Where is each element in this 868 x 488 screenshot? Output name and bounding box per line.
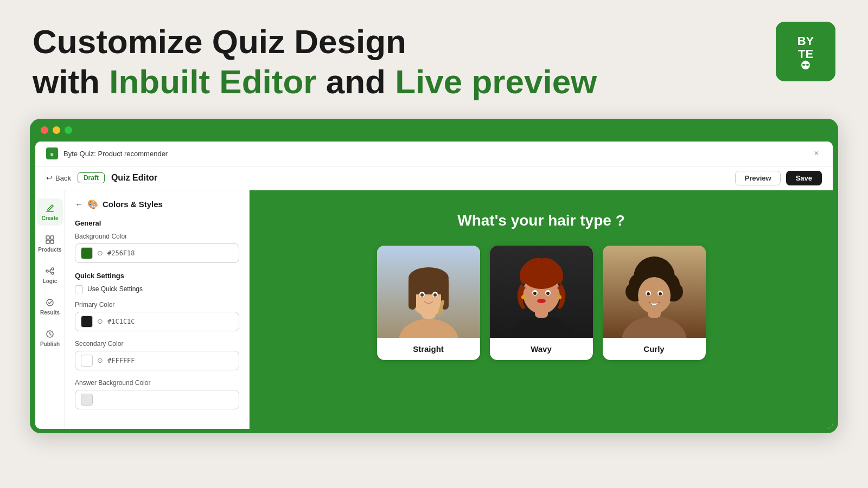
app-title-icon: B xyxy=(46,147,58,159)
svg-point-43 xyxy=(521,295,526,299)
answer-bg-color-input[interactable] xyxy=(75,390,239,409)
secondary-color-icon: ⊙ xyxy=(97,356,103,364)
hero-green2: Live preview xyxy=(395,63,597,100)
hero-line1: Customize Quiz Design xyxy=(33,23,406,60)
results-icon xyxy=(44,297,55,308)
back-label: Back xyxy=(55,174,71,182)
hero-section: Customize Quiz Design with Inbuilt Edito… xyxy=(0,0,868,119)
curly-portrait-svg xyxy=(603,246,706,338)
sidebar-item-logic[interactable]: Logic xyxy=(37,261,63,288)
svg-point-42 xyxy=(537,299,546,303)
secondary-color-input[interactable]: ⊙ #FFFFFF xyxy=(75,351,239,370)
svg-rect-13 xyxy=(46,240,49,243)
sidebar-item-results[interactable]: Results xyxy=(37,293,63,320)
primary-color-value: #1C1C1C xyxy=(107,318,135,325)
background-color-swatch xyxy=(81,247,93,259)
answer-label-straight: Straight xyxy=(413,338,444,360)
settings-panel: ← 🎨 Colors & Styles General Background C… xyxy=(65,190,250,429)
products-icon xyxy=(44,234,55,245)
use-quick-settings-checkbox[interactable] xyxy=(75,285,83,293)
dot-red[interactable] xyxy=(41,126,48,134)
answer-label-curly: Curly xyxy=(643,338,664,360)
sidebar-item-create-label: Create xyxy=(41,215,58,221)
primary-color-label: Primary Color xyxy=(75,301,239,309)
panel-header: ← 🎨 Colors & Styles xyxy=(75,199,239,209)
quick-settings-label: Quick Settings xyxy=(75,272,239,280)
panel-back-icon[interactable]: ← xyxy=(75,200,83,209)
logo-badge: BY TE xyxy=(776,22,835,81)
hero-line2-prefix: with xyxy=(33,63,109,100)
panel-title-icon: 🎨 xyxy=(87,199,98,209)
app-content: Create Products Logic xyxy=(35,190,833,429)
answer-label-wavy: Wavy xyxy=(531,338,552,360)
sidebar-nav: Create Products Logic xyxy=(35,190,65,429)
app-topbar: B Byte Quiz: Product recommender × xyxy=(35,142,833,166)
logic-icon xyxy=(44,266,55,277)
app-topbar-left: B Byte Quiz: Product recommender xyxy=(46,147,168,159)
svg-point-60 xyxy=(659,292,662,296)
background-color-input[interactable]: ⊙ #256F18 xyxy=(75,243,239,263)
use-quick-settings-label: Use Quick Settings xyxy=(87,285,143,293)
svg-point-15 xyxy=(46,270,48,272)
background-color-value: #256F18 xyxy=(107,249,135,257)
use-quick-settings-row[interactable]: Use Quick Settings xyxy=(75,285,239,293)
browser-window: B Byte Quiz: Product recommender × ↩ Bac… xyxy=(30,119,838,433)
sidebar-item-products[interactable]: Products xyxy=(37,230,63,257)
background-color-label: Background Color xyxy=(75,233,239,240)
sidebar-item-create[interactable]: Create xyxy=(37,198,63,226)
svg-rect-5 xyxy=(806,64,809,66)
answer-image-wavy xyxy=(490,246,593,338)
svg-point-56 xyxy=(638,277,671,314)
svg-rect-12 xyxy=(50,236,54,239)
primary-color-input[interactable]: ⊙ #1C1C1C xyxy=(75,312,239,331)
app-icon-svg: B xyxy=(48,150,56,157)
answer-card-wavy[interactable]: Wavy xyxy=(490,246,593,360)
color-picker-icon: ⊙ xyxy=(97,249,103,257)
answer-card-straight[interactable]: Straight xyxy=(377,246,480,360)
answer-image-curly xyxy=(603,246,706,338)
close-button[interactable]: × xyxy=(811,148,822,159)
byte-logo-svg: BY TE xyxy=(784,30,827,73)
panel-title: Colors & Styles xyxy=(103,200,163,209)
hero-title: Customize Quiz Design with Inbuilt Edito… xyxy=(33,22,835,102)
svg-point-41 xyxy=(546,292,550,295)
answer-cards-container: Straight xyxy=(377,246,706,360)
draft-badge: Draft xyxy=(78,172,105,183)
toolbar-right: Preview Save xyxy=(735,171,822,185)
back-button[interactable]: ↩ Back xyxy=(46,174,71,182)
secondary-color-label: Secondary Color xyxy=(75,340,239,348)
svg-point-37 xyxy=(522,262,561,289)
svg-text:B: B xyxy=(50,152,54,157)
create-icon xyxy=(44,203,55,214)
hero-line2-middle: and xyxy=(316,63,395,100)
svg-point-31 xyxy=(433,293,437,297)
browser-titlebar xyxy=(30,119,838,142)
sidebar-item-publish-label: Publish xyxy=(40,341,60,347)
quiz-preview-area: What's your hair type ? xyxy=(250,190,833,429)
answer-image-straight xyxy=(377,246,480,338)
secondary-color-swatch xyxy=(81,355,93,367)
primary-color-swatch xyxy=(81,316,93,328)
sidebar-item-logic-label: Logic xyxy=(43,278,58,284)
svg-rect-11 xyxy=(46,236,49,239)
dot-yellow[interactable] xyxy=(53,126,60,134)
app-toolbar: ↩ Back Draft Quiz Editor Preview Save xyxy=(35,166,833,190)
svg-point-44 xyxy=(557,295,561,299)
quiz-editor-title: Quiz Editor xyxy=(111,173,157,183)
hero-green1: Inbuilt Editor xyxy=(109,63,316,100)
straight-portrait-svg xyxy=(377,246,480,338)
svg-point-16 xyxy=(52,268,54,270)
answer-card-curly[interactable]: Curly xyxy=(603,246,706,360)
dot-green-window[interactable] xyxy=(65,126,72,134)
svg-rect-10 xyxy=(46,211,54,212)
svg-rect-27 xyxy=(412,275,445,294)
svg-point-59 xyxy=(647,292,650,296)
preview-button[interactable]: Preview xyxy=(735,171,780,185)
secondary-color-value: #FFFFFF xyxy=(107,357,135,364)
save-button[interactable]: Save xyxy=(786,171,822,185)
svg-rect-14 xyxy=(50,240,54,243)
wavy-portrait-svg xyxy=(490,246,593,338)
back-arrow-icon: ↩ xyxy=(46,174,53,182)
sidebar-item-publish[interactable]: Publish xyxy=(37,324,63,351)
svg-point-17 xyxy=(52,272,54,274)
